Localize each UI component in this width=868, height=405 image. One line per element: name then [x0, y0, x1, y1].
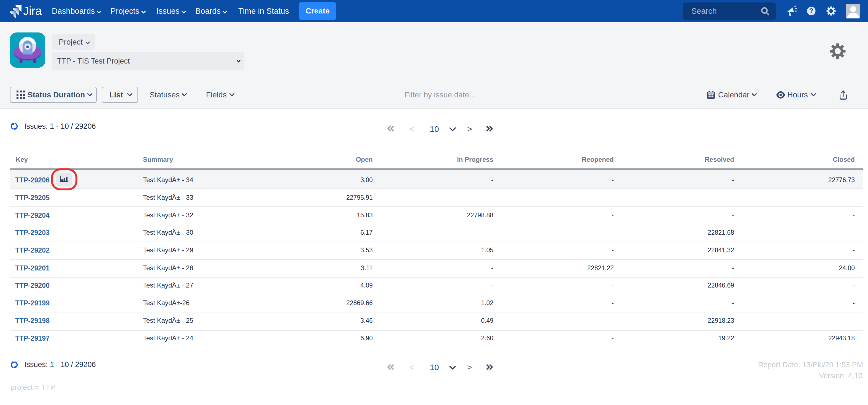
svg-text:?: ?	[809, 7, 813, 14]
